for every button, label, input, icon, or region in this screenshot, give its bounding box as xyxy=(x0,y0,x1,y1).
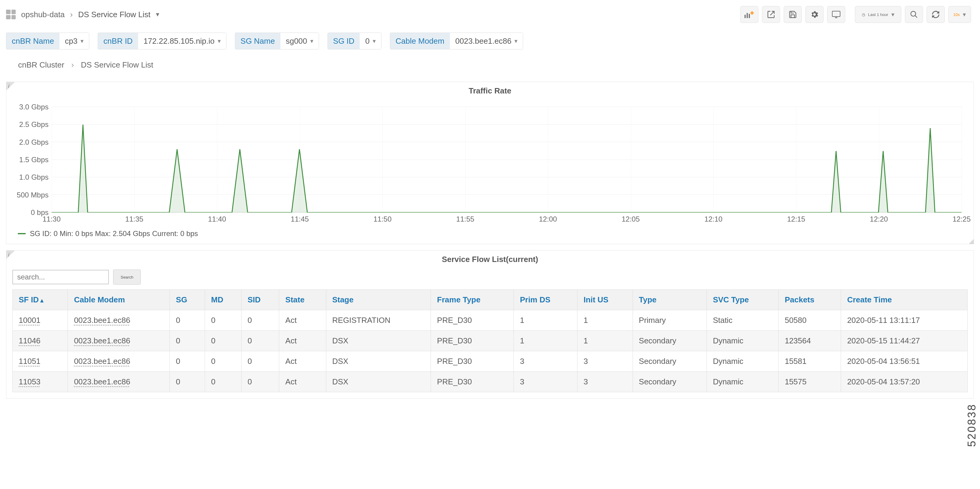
x-tick-label: 11:55 xyxy=(456,215,474,224)
x-tick-label: 11:30 xyxy=(43,215,60,224)
chart-legend[interactable]: SG ID: 0 Min: 0 bps Max: 2.504 Gbps Curr… xyxy=(12,228,968,238)
panel-dogear-icon[interactable] xyxy=(6,82,15,90)
sf-id-link[interactable]: 11053 xyxy=(19,377,40,386)
cell-type: Primary xyxy=(633,310,707,331)
cell-state: Act xyxy=(279,331,326,351)
var-label: SG Name xyxy=(235,33,280,49)
cell-sid: 0 xyxy=(242,331,279,351)
breadcrumb-parent[interactable]: opshub-data xyxy=(21,10,65,19)
refresh-button[interactable] xyxy=(927,6,945,23)
var-value[interactable]: sg000▾ xyxy=(280,33,319,49)
page-title[interactable]: DS Service Flow List xyxy=(78,10,151,19)
svg-line-7 xyxy=(915,16,917,18)
save-button[interactable] xyxy=(784,6,802,23)
cell-stage: REGISTRATION xyxy=(326,310,431,331)
cell-packets: 15581 xyxy=(779,351,841,372)
y-tick-label: 2.0 Gbps xyxy=(12,138,49,146)
var-sg-id[interactable]: SG ID0▾ xyxy=(328,33,382,49)
svg-rect-2 xyxy=(749,14,750,18)
share-button[interactable] xyxy=(762,6,780,23)
panel-dogear-icon[interactable] xyxy=(6,251,15,259)
cell-prim-ds: 3 xyxy=(514,372,578,392)
cycle-view-button[interactable] xyxy=(827,6,845,23)
chart-area[interactable]: 0 bps500 Mbps1.0 Gbps1.5 Gbps2.0 Gbps2.5… xyxy=(12,101,968,228)
col-prim-ds[interactable]: Prim DS xyxy=(514,290,578,310)
legend-swatch-icon xyxy=(18,233,25,234)
sf-id-link[interactable]: 10001 xyxy=(19,316,40,325)
var-value[interactable]: 0▾ xyxy=(360,33,381,49)
cell-cable-modem: 0023.bee1.ec86 xyxy=(68,331,170,351)
refresh-interval-button[interactable]: 10s ▾ xyxy=(948,6,971,23)
cable-modem-link[interactable]: 0023.bee1.ec86 xyxy=(74,336,130,345)
cell-init-us: 1 xyxy=(578,310,633,331)
cable-modem-link[interactable]: 0023.bee1.ec86 xyxy=(74,377,130,386)
x-tick-label: 11:45 xyxy=(291,215,309,224)
table-row: 100010023.bee1.ec86000ActREGISTRATIONPRE… xyxy=(13,310,968,331)
panel-title[interactable]: Traffic Rate xyxy=(6,82,974,98)
var-label: cnBR ID xyxy=(98,33,138,49)
col-sf-id[interactable]: SF ID▴ xyxy=(13,290,68,310)
cell-frame-type: PRE_D30 xyxy=(431,372,514,392)
col-create-time[interactable]: Create Time xyxy=(841,290,968,310)
col-md[interactable]: MD xyxy=(205,290,242,310)
col-type[interactable]: Type xyxy=(633,290,707,310)
refresh-interval-value: 10s xyxy=(953,13,960,17)
cell-svc-type: Dynamic xyxy=(707,372,779,392)
var-cnbr-name[interactable]: cnBR Namecp3▾ xyxy=(6,33,89,49)
cell-cable-modem: 0023.bee1.ec86 xyxy=(68,372,170,392)
var-sg-name[interactable]: SG Namesg000▾ xyxy=(235,33,319,49)
cell-stage: DSX xyxy=(326,372,431,392)
zoom-out-button[interactable] xyxy=(905,6,923,23)
x-tick-label: 12:10 xyxy=(705,215,722,224)
info-icon[interactable]: i xyxy=(8,83,10,89)
search-input[interactable] xyxy=(12,270,109,284)
drilldown-level1[interactable]: cnBR Cluster xyxy=(18,60,64,69)
cell-md: 0 xyxy=(205,310,242,331)
drilldown-level2: DS Service Flow List xyxy=(81,60,153,69)
y-tick-label: 1.5 Gbps xyxy=(12,156,49,164)
col-packets[interactable]: Packets xyxy=(779,290,841,310)
cell-svc-type: Static xyxy=(707,310,779,331)
title-dropdown-caret-icon[interactable]: ▾ xyxy=(156,11,159,18)
cell-sid: 0 xyxy=(242,372,279,392)
col-sid[interactable]: SID xyxy=(242,290,279,310)
var-cable-modem[interactable]: Cable Modem0023.bee1.ec86▾ xyxy=(390,33,523,49)
x-tick-label: 12:20 xyxy=(870,215,888,224)
col-cable-modem[interactable]: Cable Modem xyxy=(68,290,170,310)
panel-resize-handle-icon[interactable] xyxy=(969,239,974,244)
cell-state: Act xyxy=(279,310,326,331)
cell-sf-id: 11046 xyxy=(13,331,68,351)
var-cnbr-id[interactable]: cnBR ID172.22.85.105.nip.io▾ xyxy=(98,33,226,49)
add-panel-button[interactable] xyxy=(740,6,758,23)
search-button[interactable]: Search xyxy=(113,270,141,284)
var-value[interactable]: 0023.bee1.ec86▾ xyxy=(450,33,523,49)
var-value[interactable]: 172.22.85.105.nip.io▾ xyxy=(138,33,226,49)
sf-id-link[interactable]: 11046 xyxy=(19,336,40,345)
var-value[interactable]: cp3▾ xyxy=(59,33,89,49)
sf-id-link[interactable]: 11051 xyxy=(19,357,40,366)
col-state[interactable]: State xyxy=(279,290,326,310)
panel-traffic-rate: i Traffic Rate 0 bps500 Mbps1.0 Gbps1.5 … xyxy=(6,82,974,244)
dashboard-grid-icon[interactable] xyxy=(6,10,16,19)
cell-create-time: 2020-05-15 11:44:27 xyxy=(841,331,968,351)
table-row: 110530023.bee1.ec86000ActDSXPRE_D3033Sec… xyxy=(13,372,968,392)
settings-button[interactable] xyxy=(805,6,824,23)
cable-modem-link[interactable]: 0023.bee1.ec86 xyxy=(74,357,130,366)
cell-md: 0 xyxy=(205,372,242,392)
col-sg[interactable]: SG xyxy=(170,290,205,310)
svg-rect-1 xyxy=(747,13,748,18)
panel-title[interactable]: Service Flow List(current) xyxy=(6,251,974,267)
cell-sg: 0 xyxy=(170,351,205,372)
cell-state: Act xyxy=(279,351,326,372)
cell-sg: 0 xyxy=(170,310,205,331)
col-init-us[interactable]: Init US xyxy=(578,290,633,310)
col-stage[interactable]: Stage xyxy=(326,290,431,310)
col-svc-type[interactable]: SVC Type xyxy=(707,290,779,310)
cell-type: Secondary xyxy=(633,372,707,392)
info-icon[interactable]: i xyxy=(8,252,10,258)
cell-type: Secondary xyxy=(633,331,707,351)
x-tick-label: 12:15 xyxy=(787,215,805,224)
col-frame-type[interactable]: Frame Type xyxy=(431,290,514,310)
cable-modem-link[interactable]: 0023.bee1.ec86 xyxy=(74,316,130,325)
time-range-button[interactable]: ◷ Last 1 hour ▾ xyxy=(855,6,901,23)
